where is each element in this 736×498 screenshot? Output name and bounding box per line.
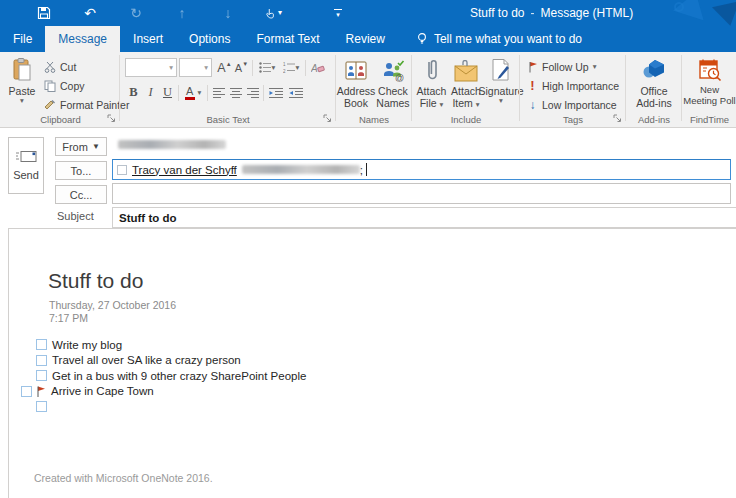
office-addins-icon xyxy=(641,56,667,82)
font-color-button[interactable]: A▾ xyxy=(181,83,205,102)
attach-item-icon xyxy=(453,56,479,82)
from-button[interactable]: From ▼ xyxy=(55,137,107,156)
format-painter-icon xyxy=(44,99,56,111)
shrink-font-button[interactable]: A▼ xyxy=(233,58,250,77)
attach-item-button[interactable]: Attach Item ▾ xyxy=(449,56,483,110)
follow-up-flag-icon xyxy=(35,385,46,398)
increase-indent-icon[interactable] xyxy=(286,83,306,102)
tab-message[interactable]: Message xyxy=(45,26,120,52)
tab-file[interactable]: File xyxy=(0,26,45,52)
move-down-icon[interactable]: ↓ xyxy=(220,5,236,21)
message-header: Send From ▼ To... Tracy van der Schyff ;… xyxy=(0,128,736,228)
redo-icon[interactable]: ↻ xyxy=(128,5,144,21)
tab-insert[interactable]: Insert xyxy=(120,26,176,52)
font-name-combobox[interactable]: ▾ xyxy=(125,58,177,77)
dropdown-arrow-icon: ▾ xyxy=(440,100,444,109)
undo-icon[interactable]: ↶ xyxy=(82,5,98,21)
message-body-editor[interactable]: Stuff to do Thursday, 27 October 2016 7:… xyxy=(8,228,736,498)
lightbulb-icon xyxy=(416,32,428,46)
group-label-addins: Add-ins xyxy=(627,114,681,125)
follow-up-flag-icon xyxy=(527,61,538,73)
titlebar-decoration xyxy=(673,0,711,20)
cut-button[interactable]: Cut xyxy=(44,57,129,76)
check-names-button[interactable]: @ Check Names xyxy=(375,56,411,109)
paperclip-icon xyxy=(425,56,439,82)
group-label-basic-text: Basic Text xyxy=(121,114,335,125)
office-addins-button[interactable]: Office Add-ins xyxy=(630,56,678,109)
todo-item xyxy=(9,399,306,415)
low-importance-button[interactable]: ↓ Low Importance xyxy=(527,95,619,114)
underline-button[interactable]: U xyxy=(159,83,176,102)
font-size-combobox[interactable]: ▾ xyxy=(179,58,212,77)
bold-button[interactable]: B xyxy=(125,83,142,102)
tell-me-box[interactable]: Tell me what you want to do xyxy=(406,26,592,52)
note-time: 7:17 PM xyxy=(49,312,88,324)
align-center-icon[interactable] xyxy=(227,83,244,102)
to-button[interactable]: To... xyxy=(55,161,107,180)
send-button[interactable]: Send xyxy=(8,137,44,194)
decrease-indent-icon[interactable] xyxy=(266,83,286,102)
signature-button[interactable]: Signature ▾ xyxy=(483,56,519,106)
group-findtime: New Meeting Poll FindTime xyxy=(683,52,736,127)
to-recipient[interactable]: Tracy van der Schyff xyxy=(132,164,237,176)
todo-checkbox[interactable] xyxy=(36,339,47,350)
basic-text-dialog-launcher-icon[interactable] xyxy=(323,114,333,124)
dropdown-arrow-icon: ▾ xyxy=(476,100,480,109)
meeting-poll-icon xyxy=(698,56,722,82)
note-date: Thursday, 27 October 2016 xyxy=(49,299,176,311)
move-up-icon[interactable]: ↑ xyxy=(174,5,190,21)
group-label-clipboard: Clipboard xyxy=(2,114,119,125)
italic-button[interactable]: I xyxy=(142,83,159,102)
todo-list: Write my blog Travel all over SA like a … xyxy=(9,337,306,415)
to-field[interactable]: Tracy van der Schyff ; xyxy=(112,159,731,180)
cc-field[interactable] xyxy=(112,183,731,204)
align-left-icon[interactable] xyxy=(210,83,227,102)
subject-value: Stuff to do xyxy=(119,212,176,224)
paste-button[interactable]: Paste ▾ xyxy=(6,56,38,106)
ribbon-tabs: File Message Insert Options Format Text … xyxy=(0,26,736,52)
tab-options[interactable]: Options xyxy=(176,26,243,52)
clear-formatting-button[interactable]: A xyxy=(308,58,328,77)
titlebar-decoration xyxy=(674,2,684,12)
svg-text:@: @ xyxy=(395,73,404,82)
paste-icon xyxy=(12,56,32,82)
grow-font-button[interactable]: A▲ xyxy=(216,58,233,77)
attach-file-button[interactable]: Attach File ▾ xyxy=(415,56,448,110)
window-title: Stuff to do-Message (HTML) xyxy=(470,6,633,20)
format-painter-button[interactable]: Format Painter xyxy=(44,95,129,114)
subject-field[interactable]: Stuff to do xyxy=(112,207,736,228)
customize-quick-access-icon[interactable]: ▾ xyxy=(330,5,346,21)
address-book-button[interactable]: Address Book xyxy=(337,56,375,109)
send-envelope-icon xyxy=(15,150,37,163)
save-icon[interactable] xyxy=(36,5,52,21)
outlook-message-window: ↶ ↻ ↑ ↓ ▾ ▾ Stuff to do-Message (HTML) F… xyxy=(0,0,736,498)
todo-checkbox[interactable] xyxy=(36,370,47,381)
copy-button[interactable]: Copy xyxy=(44,76,129,95)
note-title: Stuff to do xyxy=(48,269,143,293)
bullets-button[interactable]: ▾ xyxy=(255,58,279,77)
align-right-icon[interactable] xyxy=(244,83,261,102)
todo-checkbox[interactable] xyxy=(21,386,32,397)
low-importance-icon: ↓ xyxy=(527,98,538,112)
group-tags: Follow Up ▾ ! High Importance ↓ Low Impo… xyxy=(521,52,625,127)
dropdown-arrow-icon: ▼ xyxy=(92,142,100,151)
tab-format-text[interactable]: Format Text xyxy=(243,26,332,52)
cc-button[interactable]: Cc... xyxy=(55,185,107,204)
ribbon: Paste ▾ Cut Copy xyxy=(0,52,736,128)
touch-mouse-mode-icon[interactable]: ▾ xyxy=(266,5,282,21)
dropdown-arrow-icon: ▾ xyxy=(593,62,597,71)
numbering-button[interactable]: 12 ▾ xyxy=(279,58,303,77)
recipient-presence-icon xyxy=(117,165,127,175)
tags-dialog-launcher-icon[interactable] xyxy=(613,114,623,124)
todo-checkbox[interactable] xyxy=(36,355,47,366)
clipboard-dialog-launcher-icon[interactable] xyxy=(107,114,117,124)
high-importance-button[interactable]: ! High Importance xyxy=(527,76,619,95)
subject-label: Subject xyxy=(57,210,94,222)
group-include: Attach File ▾ Attach Item ▾ Signature ▾ … xyxy=(413,52,519,127)
new-meeting-poll-button[interactable]: New Meeting Poll xyxy=(683,56,736,107)
todo-item-flagged: Arrive in Cape Town xyxy=(9,384,306,400)
tab-review[interactable]: Review xyxy=(333,26,398,52)
title-bar: ↶ ↻ ↑ ↓ ▾ ▾ Stuff to do-Message (HTML) xyxy=(0,0,736,26)
todo-checkbox[interactable] xyxy=(36,401,47,412)
follow-up-button[interactable]: Follow Up ▾ xyxy=(527,57,619,76)
